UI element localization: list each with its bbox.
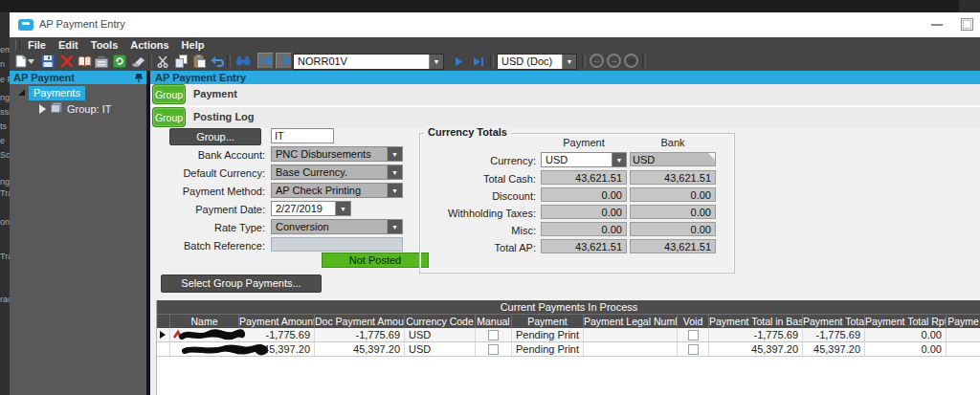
chevron-down-icon[interactable]: ▼ [335, 202, 350, 215]
tree-item-group-it[interactable]: Group: IT [19, 102, 156, 116]
book-icon[interactable] [77, 54, 92, 69]
chevron-down-icon[interactable]: ▼ [429, 55, 443, 69]
row-selector[interactable] [157, 328, 170, 342]
misc-payment-field: 0.00 [541, 222, 627, 236]
sidebar-panel-header: AP Payment [10, 71, 146, 84]
table-row[interactable]: -1,775.69 -1,775.69 USD Pending Print -1… [157, 328, 980, 342]
void-checkbox[interactable] [688, 344, 699, 355]
tab-payment[interactable]: Group Payment [150, 84, 980, 105]
name-cell-redacted [170, 328, 239, 342]
chevron-down-icon[interactable]: ▼ [612, 153, 626, 166]
column-header[interactable]: Payment [512, 314, 584, 328]
corner-fold [708, 153, 715, 160]
undo-icon[interactable] [210, 54, 225, 69]
column-header[interactable]: Payment Total [803, 314, 865, 328]
column-header[interactable]: Payme [947, 314, 980, 328]
menu-tools[interactable]: Tools [91, 39, 119, 51]
column-header[interactable]: Void [678, 314, 709, 328]
menu-file[interactable]: File [28, 39, 46, 51]
bank-account-dropdown[interactable]: PNC Disbursements ▼ [271, 146, 403, 162]
cut-icon[interactable] [155, 54, 170, 69]
chevron-down-icon[interactable]: ▼ [387, 165, 402, 179]
next-record-button[interactable] [452, 54, 467, 69]
minimize-button[interactable] [931, 24, 943, 26]
group-badge[interactable]: Group [153, 108, 185, 126]
tree-item-payments-label: Payments [29, 86, 85, 100]
app-window-icon [18, 19, 33, 31]
column-header[interactable]: Manual [476, 314, 512, 328]
previous-record-button[interactable] [276, 53, 292, 69]
first-record-button[interactable] [257, 53, 274, 69]
chevron-down-icon[interactable]: ▼ [387, 147, 402, 161]
grid-header-row: Name Payment Amount Doc Payment Amount C… [157, 314, 980, 328]
find-icon[interactable] [235, 54, 251, 69]
manual-checkbox[interactable] [488, 330, 499, 340]
group-badge[interactable]: Group [153, 85, 185, 103]
payment-currency-combobox[interactable]: USD ▼ [541, 152, 627, 167]
background-text-fragment: Tra [0, 252, 10, 261]
payment-total-cell: 45,397.20 [803, 342, 865, 357]
currency-view-value: USD (Doc) [498, 55, 562, 69]
maximize-button[interactable] [961, 18, 973, 31]
column-header[interactable]: Currency Code [405, 314, 476, 328]
back-button[interactable]: ← [590, 54, 604, 68]
group-input[interactable]: IT [271, 128, 334, 143]
column-header[interactable]: Payment Total Rpt1 [865, 314, 947, 328]
window-title-bar: AP Payment Entry [10, 12, 980, 37]
chevron-down-icon[interactable]: ▼ [387, 220, 402, 233]
column-header[interactable]: Payment Legal Number [584, 314, 678, 328]
truncated-cell [947, 328, 980, 342]
menu-help[interactable]: Help [182, 39, 205, 51]
eraser-icon[interactable] [130, 54, 145, 69]
bank-account-label: Bank Account: [150, 149, 265, 161]
redaction-scribble [172, 329, 245, 341]
chevron-down-icon[interactable]: ▼ [562, 55, 576, 69]
void-cell [678, 342, 709, 357]
record-selector-combobox[interactable]: NORR01V ▼ [293, 54, 444, 70]
tab-posting-log[interactable]: Group Posting Log [150, 107, 980, 128]
row-selector[interactable] [157, 342, 170, 357]
payment-method-dropdown[interactable]: AP Check Printing ▼ [271, 183, 403, 198]
column-header[interactable]: Payment Amount [239, 314, 315, 328]
column-header[interactable]: Name [170, 314, 239, 328]
refresh-icon[interactable] [112, 54, 127, 69]
save-icon[interactable] [40, 54, 56, 69]
default-currency-dropdown[interactable]: Base Currency. ▼ [271, 165, 403, 180]
column-header[interactable]: Payment Total in Base [709, 314, 803, 328]
menu-edit[interactable]: Edit [58, 39, 78, 51]
column-header[interactable]: Doc Payment Amount [315, 314, 405, 328]
bank-account-value: PNC Disbursements [272, 147, 387, 161]
payment-date-picker[interactable]: 2/27/2019 ▼ [271, 201, 351, 216]
chevron-down-icon[interactable] [27, 54, 34, 69]
rate-type-dropdown[interactable]: Conversion ▼ [271, 219, 403, 234]
table-row[interactable]: 45,397.20 45,397.20 USD Pending Print 45… [157, 342, 980, 357]
withholding-bank-field: 0.00 [630, 205, 716, 219]
batch-reference-input[interactable] [271, 237, 403, 252]
withholding-payment-field: 0.00 [541, 205, 627, 219]
tree-expand-icon[interactable] [18, 89, 25, 96]
current-row-marker [160, 331, 166, 339]
record-selector-value: NORR01V [294, 55, 429, 69]
screen: em n e F ng ssi ts E e Sch ng Tra on Tra… [0, 0, 980, 395]
menu-actions[interactable]: Actions [130, 39, 168, 51]
select-group-payments-button[interactable]: Select Group Payments... [161, 274, 322, 293]
manual-checkbox[interactable] [488, 344, 499, 355]
last-record-button[interactable] [471, 54, 486, 69]
paste-icon[interactable] [191, 54, 207, 69]
void-checkbox[interactable] [688, 330, 699, 340]
home-button[interactable] [624, 54, 638, 68]
doc-payment-amount-cell: 45,397.20 [315, 342, 405, 357]
chevron-down-icon[interactable]: ▼ [387, 184, 402, 197]
currency-view-combobox[interactable]: USD (Doc) ▼ [497, 54, 577, 70]
group-button[interactable]: Group... [169, 128, 261, 145]
delete-icon[interactable] [59, 54, 75, 69]
forward-button[interactable]: → [607, 54, 621, 68]
tree-item-payments[interactable]: Payments [10, 86, 146, 99]
case-icon[interactable] [94, 54, 109, 69]
currency-code-cell: USD [405, 342, 476, 357]
copy-icon[interactable] [173, 54, 189, 69]
payment-legal-number-cell [584, 342, 678, 357]
payment-total-rpt1-cell: 0.00 [865, 328, 947, 342]
tree-collapse-icon[interactable] [39, 104, 46, 114]
pin-icon[interactable] [135, 73, 143, 82]
